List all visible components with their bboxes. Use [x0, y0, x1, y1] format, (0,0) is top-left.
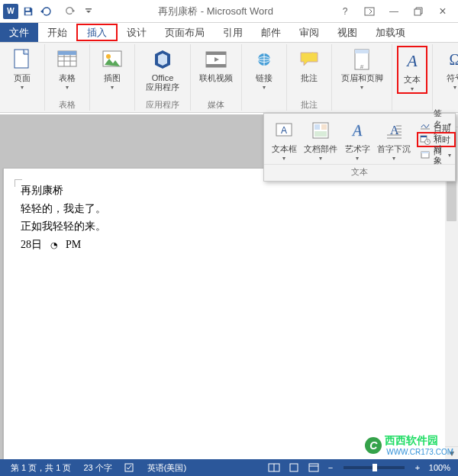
pages-label: 页面 — [14, 73, 31, 82]
tab-home[interactable]: 开始 — [38, 23, 76, 42]
tab-design[interactable]: 设计 — [118, 23, 156, 42]
text-icon: A — [400, 49, 424, 73]
help-button[interactable]: ? — [334, 3, 356, 20]
group-header-footer: # 页眉和页脚 ▾ — [332, 44, 392, 111]
header-footer-button[interactable]: # 页眉和页脚 ▾ — [337, 46, 387, 91]
header-footer-icon: # — [350, 47, 374, 72]
illustrations-button[interactable]: 插图 ▾ — [95, 46, 130, 91]
chevron-down-icon: ▾ — [356, 155, 359, 162]
redo-button[interactable] — [62, 3, 79, 20]
svg-rect-36 — [309, 464, 318, 471]
svg-rect-3 — [365, 8, 374, 15]
link-icon — [252, 47, 276, 72]
office-apps-label: Office 应用程序 — [146, 73, 179, 92]
dropcap-icon: A — [382, 118, 406, 143]
textbox-button[interactable]: A 文本框 ▾ — [267, 117, 301, 162]
chevron-down-icon: ▾ — [66, 84, 69, 91]
quick-parts-button[interactable]: 文档部件 ▾ — [301, 117, 340, 162]
zoom-slider-thumb[interactable] — [373, 464, 377, 471]
zoom-slider[interactable] — [344, 466, 405, 469]
text-dropdown-group-label: 文本 — [264, 164, 455, 181]
links-button[interactable]: 链接 ▾ — [247, 46, 282, 91]
group-comments-label: 批注 — [301, 98, 318, 111]
status-word-count[interactable]: 23 个字 — [77, 462, 118, 474]
status-page[interactable]: 第 1 页，共 1 页 — [5, 462, 77, 474]
customize-qat-button[interactable] — [80, 3, 97, 20]
svg-rect-32 — [421, 152, 429, 153]
zoom-level[interactable]: 100% — [426, 463, 453, 472]
tab-references[interactable]: 引用 — [214, 23, 252, 42]
group-illustrations: 插图 ▾ — [90, 44, 135, 111]
group-tables-label: 表格 — [59, 98, 76, 111]
view-web-layout-button[interactable] — [305, 462, 322, 474]
ribbon-display-options-button[interactable] — [359, 3, 380, 20]
svg-rect-16 — [355, 50, 369, 53]
group-apps: Office 应用程序 应用程序 — [135, 44, 191, 111]
group-pages: 页面 ▾ — [0, 44, 45, 111]
text-button[interactable]: A 文本 ▾ — [397, 46, 427, 94]
svg-rect-24 — [321, 124, 327, 130]
dropcap-button[interactable]: A 首字下沉 ▾ — [374, 117, 414, 162]
svg-text:#: # — [360, 63, 364, 70]
svg-rect-7 — [58, 51, 76, 55]
chevron-down-icon: ▾ — [360, 84, 363, 91]
zoom-out-button[interactable]: − — [325, 463, 336, 472]
window-title: 再别康桥 - Microsoft Word — [97, 5, 334, 18]
group-tables: 表格 ▾ 表格 — [45, 44, 90, 111]
time-field-ampm: PM — [66, 239, 81, 250]
document-body[interactable]: 再别康桥 轻轻的，我走了。 正如我轻轻的来。 28日 ◔ PM — [4, 169, 454, 269]
margin-corner-icon — [15, 179, 22, 187]
tab-insert[interactable]: 插入 — [76, 24, 118, 41]
tab-mailings[interactable]: 邮件 — [252, 23, 290, 42]
view-read-mode-button[interactable] — [266, 462, 282, 474]
svg-text:Ω: Ω — [450, 51, 458, 68]
save-button[interactable] — [20, 3, 37, 20]
table-icon — [55, 47, 79, 72]
svg-rect-4 — [414, 9, 421, 15]
view-print-layout-button[interactable] — [285, 462, 302, 474]
comment-icon — [297, 47, 321, 72]
quick-parts-label: 文档部件 — [304, 144, 337, 153]
comment-button[interactable]: 批注 — [292, 46, 327, 82]
restore-button[interactable] — [408, 3, 429, 20]
tab-view[interactable]: 视图 — [328, 23, 366, 42]
symbols-button[interactable]: Ω 符号 ▾ — [437, 46, 458, 91]
textbox-label: 文本框 — [272, 144, 297, 153]
tab-page-layout[interactable]: 页面布局 — [156, 23, 214, 42]
status-language[interactable]: 英语(美国) — [141, 462, 192, 474]
minimize-button[interactable]: — — [383, 3, 405, 20]
table-button[interactable]: 表格 ▾ — [50, 46, 85, 91]
document-page[interactable]: 再别康桥 轻轻的，我走了。 正如我轻轻的来。 28日 ◔ PM — [3, 168, 455, 459]
object-button[interactable]: 对象 ▾ — [417, 147, 456, 162]
object-label: 对象 — [434, 143, 443, 166]
watermark-text: 西西软件园 — [385, 434, 453, 448]
chevron-down-icon: ▾ — [448, 152, 451, 159]
ribbon-tabs: 文件 开始 插入 设计 页面布局 引用 邮件 审阅 视图 加载项 — [0, 23, 458, 43]
svg-rect-29 — [421, 136, 427, 137]
textbox-icon: A — [272, 118, 296, 143]
zoom-in-button[interactable]: + — [412, 463, 423, 472]
svg-text:A: A — [351, 122, 363, 139]
tab-file[interactable]: 文件 — [0, 23, 38, 42]
tab-addins[interactable]: 加载项 — [366, 23, 414, 42]
status-spellcheck[interactable] — [118, 463, 141, 472]
doc-line-3: 正如我轻轻的来。 — [21, 218, 437, 235]
page-icon — [10, 47, 34, 72]
symbols-label: 符号 — [447, 73, 458, 82]
svg-point-9 — [106, 54, 111, 59]
group-media-label: 媒体 — [208, 98, 224, 111]
chevron-down-icon: ▾ — [263, 84, 266, 91]
close-button[interactable]: × — [432, 3, 453, 20]
chevron-down-icon: ▾ — [111, 84, 114, 91]
wordart-button[interactable]: A 艺术字 ▾ — [340, 117, 374, 162]
illustration-icon — [100, 47, 124, 72]
chevron-down-icon: ▾ — [392, 155, 395, 162]
text-label: 文本 — [404, 75, 421, 84]
svg-rect-2 — [85, 8, 92, 10]
tab-review[interactable]: 审阅 — [290, 23, 328, 42]
undo-button[interactable] — [38, 3, 55, 20]
office-apps-button[interactable]: Office 应用程序 — [140, 46, 185, 92]
online-video-button[interactable]: 联机视频 — [195, 46, 237, 82]
doc-line-1: 再别康桥 — [21, 182, 437, 199]
pages-button[interactable]: 页面 ▾ — [5, 46, 40, 91]
